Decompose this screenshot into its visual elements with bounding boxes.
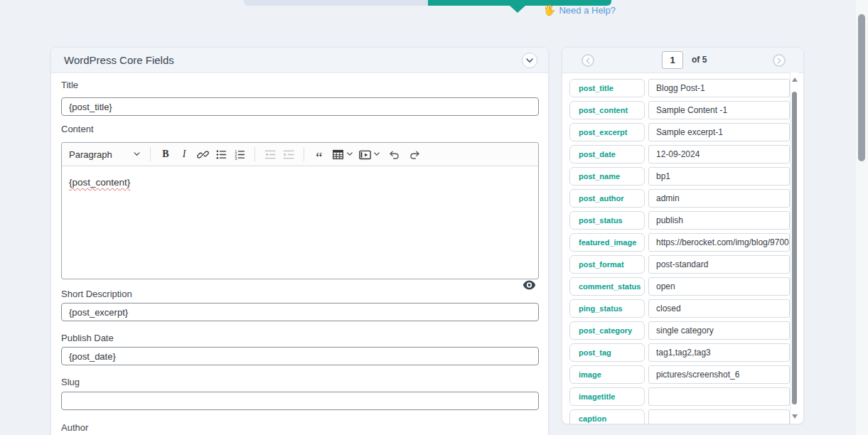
italic-button[interactable]: I bbox=[177, 146, 191, 163]
preview-field-value-box: open bbox=[648, 277, 790, 296]
need-help[interactable]: 🖐 Need a Help? bbox=[543, 4, 616, 16]
undo-button[interactable] bbox=[387, 146, 401, 163]
insert-table-button[interactable] bbox=[331, 146, 345, 163]
data-preview-panel: of 5 post_title Blogg Post-1 post_conten… bbox=[562, 47, 804, 424]
preview-scrollbar-thumb[interactable] bbox=[792, 92, 797, 404]
preview-field-pill[interactable]: post_name bbox=[569, 167, 645, 186]
bold-button[interactable]: B bbox=[159, 146, 173, 163]
preview-field-value: pictures/screenshot_6 bbox=[656, 370, 739, 380]
content-label: Content bbox=[61, 124, 94, 134]
outdent-button[interactable] bbox=[263, 146, 277, 163]
toolbar-separator bbox=[254, 147, 255, 161]
numbered-list-button[interactable]: 123 bbox=[232, 146, 247, 163]
publish-date-label: Publish Date bbox=[61, 333, 114, 343]
paragraph-style-label: Paragraph bbox=[69, 149, 112, 160]
preview-field-value: bp1 bbox=[656, 171, 670, 181]
preview-field-name: featured_image bbox=[579, 238, 636, 247]
preview-field-value-box: pictures/screenshot_6 bbox=[648, 365, 790, 384]
preview-field-pill[interactable]: imagetitle bbox=[569, 387, 645, 406]
chevron-down-icon bbox=[526, 58, 533, 63]
preview-field-pill[interactable]: post_excerpt bbox=[569, 123, 645, 141]
preview-field-value: tag1,tag2,tag3 bbox=[656, 348, 711, 358]
link-icon bbox=[197, 149, 209, 161]
preview-field-name: post_author bbox=[579, 194, 624, 203]
preview-field-pill[interactable]: featured_image bbox=[569, 233, 645, 252]
preview-field-pill[interactable]: image bbox=[569, 365, 645, 384]
preview-field-pill[interactable]: post_format bbox=[569, 255, 645, 274]
need-help-link[interactable]: Need a Help? bbox=[559, 5, 616, 16]
chevron-left-icon bbox=[586, 58, 590, 64]
panel-title: WordPress Core Fields bbox=[51, 48, 548, 72]
outdent-icon bbox=[264, 149, 277, 161]
preview-field-value-box: closed bbox=[648, 299, 790, 318]
preview-field-pill[interactable]: ping_status bbox=[569, 299, 645, 318]
preview-field-value-box: Sample excerpt-1 bbox=[648, 123, 790, 141]
page-scrollbar[interactable] bbox=[856, 0, 868, 435]
editor-content-area[interactable]: {post_content} bbox=[62, 166, 538, 280]
preview-toggle[interactable] bbox=[523, 280, 536, 290]
blockquote-button[interactable]: “ bbox=[312, 146, 326, 163]
preview-field-name: post_date bbox=[579, 150, 616, 159]
next-record-button[interactable] bbox=[773, 54, 786, 67]
preview-field-pill[interactable]: post_content bbox=[569, 101, 645, 119]
undo-icon bbox=[388, 149, 400, 160]
preview-field-name: imagetitle bbox=[579, 392, 615, 401]
page-scrollbar-thumb[interactable] bbox=[858, 14, 865, 161]
title-input[interactable] bbox=[61, 97, 539, 116]
redo-icon bbox=[409, 149, 421, 160]
preview-field-pill[interactable]: caption bbox=[569, 409, 645, 424]
link-button[interactable] bbox=[195, 146, 210, 163]
preview-row: post_status publish bbox=[569, 211, 790, 230]
slug-input[interactable] bbox=[61, 392, 539, 410]
scroll-up-arrow-icon[interactable] bbox=[792, 77, 798, 82]
preview-row: caption bbox=[569, 409, 790, 424]
collapse-panel-button[interactable] bbox=[522, 53, 537, 68]
previous-record-button[interactable] bbox=[582, 54, 594, 67]
preview-field-value-box: https://berocket.com/img/blog/97001e bbox=[648, 233, 790, 252]
preview-scrollbar[interactable] bbox=[790, 72, 798, 424]
preview-field-pill[interactable]: post_status bbox=[569, 211, 645, 230]
insert-media-button[interactable] bbox=[358, 146, 372, 163]
preview-field-value: publish bbox=[656, 215, 683, 225]
preview-row: post_tag tag1,tag2,tag3 bbox=[569, 343, 790, 362]
short-description-input[interactable] bbox=[61, 303, 539, 321]
preview-field-pill[interactable]: post_category bbox=[569, 321, 645, 340]
preview-field-pill[interactable]: post_author bbox=[569, 189, 645, 208]
media-icon bbox=[358, 149, 372, 161]
content-rich-text-editor[interactable]: Paragraph B I 123 bbox=[61, 142, 539, 279]
preview-field-value: https://berocket.com/img/blog/97001e bbox=[656, 237, 789, 247]
table-dropdown-chevron[interactable] bbox=[347, 152, 353, 156]
preview-field-pill[interactable]: comment_status bbox=[569, 277, 645, 296]
preview-row: ping_status closed bbox=[569, 299, 790, 318]
progress-bar-remaining bbox=[244, 0, 428, 6]
preview-row: post_author admin bbox=[569, 189, 790, 208]
preview-field-value-box: Blogg Post-1 bbox=[648, 79, 790, 97]
preview-field-pill[interactable]: post_tag bbox=[569, 343, 645, 362]
author-label: Author bbox=[61, 422, 88, 433]
indent-button[interactable] bbox=[282, 146, 296, 163]
svg-text:3: 3 bbox=[235, 156, 237, 161]
preview-field-pill[interactable]: post_title bbox=[569, 79, 645, 97]
toolbar-separator bbox=[304, 147, 304, 161]
preview-field-name: post_name bbox=[579, 172, 620, 181]
preview-field-name: image bbox=[579, 370, 601, 379]
preview-field-name: post_category bbox=[579, 326, 632, 335]
preview-field-pill[interactable]: post_date bbox=[569, 145, 645, 163]
scroll-down-arrow-icon[interactable] bbox=[792, 414, 798, 419]
short-description-label: Short Description bbox=[61, 289, 132, 299]
chevron-right-icon bbox=[777, 58, 781, 64]
editor-toolbar: Paragraph B I 123 bbox=[62, 143, 538, 166]
paragraph-style-dropdown[interactable]: Paragraph bbox=[69, 149, 140, 160]
record-number-input[interactable] bbox=[662, 51, 683, 69]
publish-date-input[interactable] bbox=[61, 347, 539, 365]
media-dropdown-chevron[interactable] bbox=[374, 152, 380, 156]
preview-pagination-header: of 5 bbox=[562, 48, 803, 73]
preview-field-value-box: Sample Content -1 bbox=[648, 101, 790, 119]
preview-field-value-box bbox=[648, 387, 790, 406]
panel-header: WordPress Core Fields bbox=[51, 48, 548, 73]
preview-field-value-box: single category bbox=[648, 321, 790, 340]
bulleted-list-button[interactable] bbox=[214, 146, 228, 163]
redo-button[interactable] bbox=[407, 146, 422, 163]
toolbar-separator bbox=[150, 147, 151, 161]
preview-row: post_title Blogg Post-1 bbox=[569, 79, 790, 97]
